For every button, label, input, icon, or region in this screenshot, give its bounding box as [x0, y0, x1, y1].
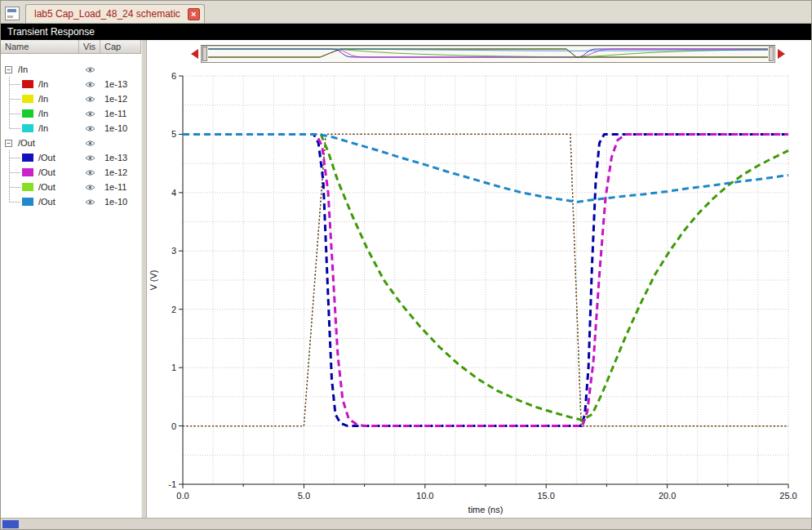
signal-row[interactable]: /In1e-13 — [1, 77, 141, 91]
main-content: Name Vis Cap −/In/In1e-13/In1e-12/In1e-1… — [1, 40, 811, 518]
svg-text:25.0: 25.0 — [779, 491, 796, 501]
visibility-eye-icon[interactable] — [85, 154, 95, 162]
plot-pane: -101234560.05.010.015.020.025.0time (ns)… — [147, 40, 811, 518]
visibility-eye-icon[interactable] — [85, 184, 95, 191]
tab-title: lab5 Cap_Load_48_24 schematic — [34, 8, 180, 20]
trace-color-swatch[interactable] — [22, 198, 33, 206]
tab-close-icon[interactable]: × — [188, 8, 200, 20]
trace-color-swatch[interactable] — [22, 95, 33, 103]
visibility-eye-icon[interactable] — [85, 81, 95, 88]
panel-splitter[interactable] — [141, 40, 147, 518]
svg-text:15.0: 15.0 — [537, 491, 554, 501]
trace-color-swatch[interactable] — [22, 80, 33, 88]
cap-value: 1e-12 — [100, 167, 141, 177]
signal-label: /Out — [33, 167, 55, 177]
visibility-eye-icon[interactable] — [85, 140, 95, 147]
signal-row[interactable]: /In1e-10 — [1, 121, 141, 136]
signal-row[interactable]: /In1e-11 — [1, 106, 141, 121]
signal-group-row[interactable]: −/In — [1, 62, 141, 77]
visibility-eye-icon[interactable] — [85, 96, 95, 103]
column-header-cap[interactable]: Cap — [100, 40, 141, 53]
svg-text:5.0: 5.0 — [298, 491, 310, 501]
signal-group-row[interactable]: −/Out — [1, 136, 141, 150]
trace-color-swatch[interactable] — [22, 183, 33, 191]
signal-row[interactable]: /Out1e-11 — [1, 180, 141, 194]
svg-text:5: 5 — [171, 129, 176, 139]
svg-text:3: 3 — [171, 246, 176, 256]
visibility-eye-icon[interactable] — [85, 169, 95, 176]
collapse-toggle-icon[interactable]: − — [5, 140, 12, 147]
svg-text:time (ns): time (ns) — [468, 505, 504, 514]
svg-text:4: 4 — [171, 188, 176, 198]
signal-panel: Name Vis Cap −/In/In1e-13/In1e-12/In1e-1… — [1, 40, 141, 518]
signal-label: /In — [33, 123, 48, 133]
app-window: lab5 Cap_Load_48_24 schematic × Transien… — [0, 0, 812, 530]
status-color-swatch[interactable] — [2, 520, 19, 528]
tab-bar: lab5 Cap_Load_48_24 schematic × — [1, 1, 811, 24]
visibility-eye-icon[interactable] — [85, 198, 95, 206]
tab-lab5-schematic[interactable]: lab5 Cap_Load_48_24 schematic × — [25, 4, 205, 23]
range-handle-left[interactable] — [202, 47, 207, 61]
group-label: /In — [16, 65, 28, 74]
plot-title: Transient Response — [7, 26, 95, 38]
signal-row[interactable]: /Out1e-10 — [1, 194, 141, 209]
svg-text:-1: -1 — [168, 479, 176, 489]
signal-row[interactable]: /Out1e-13 — [1, 150, 141, 165]
signal-label: /Out — [33, 197, 55, 207]
cap-value: 1e-10 — [100, 197, 141, 207]
plot-title-bar: Transient Response — [1, 24, 811, 40]
svg-text:10.0: 10.0 — [416, 491, 433, 501]
range-handle-right[interactable] — [769, 47, 774, 61]
cap-value: 1e-13 — [100, 79, 141, 89]
cap-value: 1e-10 — [100, 123, 141, 133]
signal-label: /In — [33, 109, 48, 118]
column-header-name[interactable]: Name — [1, 40, 79, 53]
visibility-eye-icon[interactable] — [85, 110, 95, 118]
signal-label: /Out — [33, 182, 55, 192]
signal-label: /Out — [33, 153, 55, 163]
waveform-chart[interactable]: -101234560.05.010.015.020.025.0time (ns)… — [147, 66, 811, 518]
trace-color-swatch[interactable] — [22, 109, 33, 118]
svg-text:0.0: 0.0 — [176, 491, 189, 501]
collapse-toggle-icon[interactable]: − — [5, 66, 12, 73]
signal-label: /In — [33, 94, 48, 104]
svg-text:V (V): V (V) — [149, 269, 158, 290]
overview-track[interactable] — [201, 45, 775, 63]
overview-thumbnail[interactable] — [208, 47, 768, 61]
trace-color-swatch[interactable] — [22, 124, 33, 132]
cap-value: 1e-11 — [100, 109, 141, 118]
svg-text:1: 1 — [171, 363, 176, 372]
trace-color-swatch[interactable] — [22, 168, 33, 176]
svg-text:20.0: 20.0 — [659, 491, 676, 501]
svg-text:6: 6 — [171, 71, 176, 81]
scroll-left-arrow-icon[interactable] — [186, 49, 198, 59]
visibility-eye-icon[interactable] — [85, 66, 95, 73]
trace-color-swatch[interactable] — [22, 154, 33, 162]
scroll-right-arrow-icon[interactable] — [778, 49, 790, 59]
overview-scrollbar[interactable] — [186, 44, 790, 64]
svg-text:2: 2 — [171, 305, 176, 314]
visibility-eye-icon[interactable] — [85, 125, 95, 132]
status-bar — [1, 518, 811, 529]
cap-value: 1e-11 — [100, 182, 141, 192]
svg-text:0: 0 — [171, 421, 176, 431]
schematic-window-icon[interactable] — [5, 7, 20, 20]
cap-value: 1e-12 — [100, 94, 141, 104]
signal-row[interactable]: /In1e-12 — [1, 91, 141, 106]
signal-row[interactable]: /Out1e-12 — [1, 165, 141, 180]
column-header-vis[interactable]: Vis — [79, 40, 100, 53]
signal-label: /In — [33, 79, 48, 89]
signal-tree: −/In/In1e-13/In1e-12/In1e-11/In1e-10−/Ou… — [1, 54, 141, 518]
cap-value: 1e-13 — [100, 153, 141, 163]
group-label: /Out — [16, 138, 35, 148]
signal-panel-header: Name Vis Cap — [1, 40, 141, 54]
